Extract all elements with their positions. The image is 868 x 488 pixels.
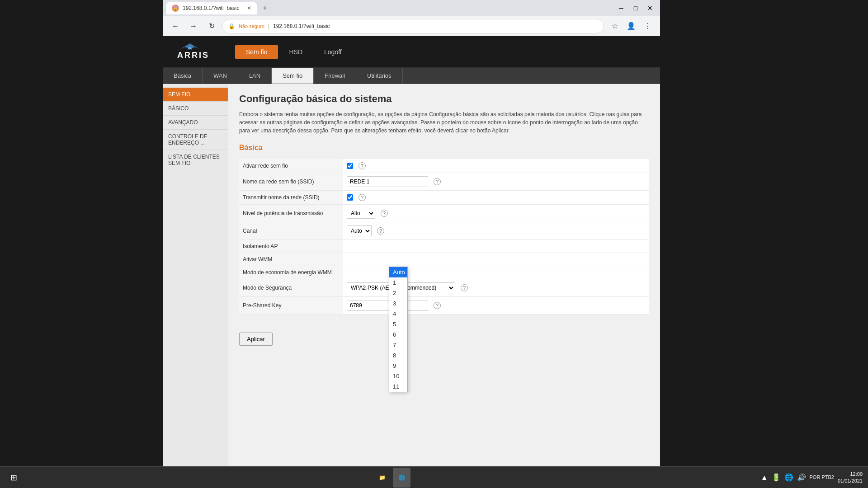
tab-utilitarios[interactable]: Utilitários	[356, 68, 402, 84]
taskbar-clock[interactable]: 12:00 01/01/2021	[838, 471, 863, 484]
dropdown-option-6[interactable]: 6	[389, 329, 407, 340]
field-potencia: Nível de potência de transmissão Alto Mé…	[239, 205, 649, 222]
field-transmitir: Transmitir nome da rede (SSID) ?	[239, 191, 649, 205]
field-label-isolamento: Isolamento AP	[239, 240, 343, 253]
browser-window: 🔒 192.168.0.1/?wifi_basic ✕ + ─ □ ✕ ← → …	[163, 0, 660, 466]
checkbox-ativar[interactable]	[347, 163, 353, 169]
help-ssid[interactable]: ?	[434, 178, 441, 185]
nav-semfio[interactable]: Sem fio	[235, 45, 278, 59]
nav-logoff[interactable]: Logoff	[313, 45, 353, 59]
address-bar[interactable]: 🔒 Não seguro | 192.168.0.1/?wifi_basic	[222, 19, 604, 33]
page-content: ARRIS Sem fio HSD Logoff Básica WAN LAN …	[163, 36, 660, 466]
help-canal[interactable]: ?	[377, 227, 384, 235]
field-wmm: Ativar WMM	[239, 253, 649, 266]
back-button[interactable]: ←	[168, 19, 183, 33]
maximize-button[interactable]: □	[629, 2, 642, 14]
router-content: Configuração básica do sistema Embora o …	[228, 84, 660, 466]
dropdown-option-3[interactable]: 3	[389, 298, 407, 309]
router-logo: ARRIS	[172, 41, 208, 63]
page-description: Embora o sistema tenha muitas opções de …	[239, 110, 649, 135]
section-title: Básica	[239, 144, 649, 152]
taskbar-left: ⊞	[0, 468, 24, 488]
taskbar-chrome[interactable]: 🌐	[393, 468, 410, 488]
forward-button[interactable]: →	[186, 19, 201, 33]
tab-favicon: 🔒	[172, 5, 179, 12]
tab-close-button[interactable]: ✕	[247, 5, 251, 11]
tray-battery[interactable]: 🔋	[772, 473, 781, 482]
more-button[interactable]: ⋮	[640, 19, 655, 33]
browser-tab[interactable]: 🔒 192.168.0.1/?wifi_basic ✕	[166, 2, 257, 14]
dropdown-option-4[interactable]: 4	[389, 309, 407, 319]
apply-button[interactable]: Aplicar	[239, 333, 273, 346]
sidebar-avancado[interactable]: AVANÇADO	[163, 116, 228, 130]
field-label-wmm-eco: Modo de economia de energia WMM	[239, 266, 343, 279]
dropdown-option-10[interactable]: 10	[389, 371, 407, 381]
router-sidebar: SEM FIO BÁSICO AVANÇADO CONTROLE DE ENDE…	[163, 84, 228, 466]
field-label-ativar: Ativar rede sem fio	[239, 159, 343, 173]
input-ssid[interactable]	[347, 176, 428, 187]
dropdown-option-8[interactable]: 8	[389, 350, 407, 361]
browser-toolbar: ← → ↻ 🔒 Não seguro | 192.168.0.1/?wifi_b…	[163, 16, 660, 36]
dropdown-option-9[interactable]: 9	[389, 361, 407, 371]
start-button[interactable]: ⊞	[4, 468, 24, 488]
help-ativar[interactable]: ?	[359, 162, 366, 169]
tab-wan[interactable]: WAN	[203, 68, 238, 84]
router-tabs: Básica WAN LAN Sem fio Firewall Utilitár…	[163, 68, 660, 84]
tray-arrow[interactable]: ▲	[761, 474, 768, 482]
field-canal: Canal Auto 1234 5678 91011	[239, 222, 649, 240]
chrome-icon: 🌐	[398, 474, 405, 481]
tray-network[interactable]: 🌐	[784, 473, 793, 482]
field-value-wmm	[343, 253, 649, 266]
dropdown-option-1[interactable]: 1	[389, 277, 407, 288]
sidebar-controle[interactable]: CONTROLE DE ENDEREÇO ...	[163, 130, 228, 150]
taskbar-language: POR PTB2	[810, 474, 834, 480]
tab-lan[interactable]: LAN	[238, 68, 272, 84]
field-ativar: Ativar rede sem fio ?	[239, 159, 649, 173]
router-main: SEM FIO BÁSICO AVANÇADO CONTROLE DE ENDE…	[163, 84, 660, 466]
taskbar-right: ▲ 🔋 🌐 🔊 POR PTB2 12:00 01/01/2021	[761, 471, 868, 484]
dropdown-option-11[interactable]: 11	[389, 381, 407, 392]
tab-semfio[interactable]: Sem fio	[272, 68, 314, 84]
tab-title: 192.168.0.1/?wifi_basic	[183, 5, 239, 11]
profile-button[interactable]: 👤	[624, 19, 638, 33]
field-value-canal: Auto 1234 5678 91011 ?	[343, 222, 649, 240]
browser-titlebar: 🔒 192.168.0.1/?wifi_basic ✕ + ─ □ ✕	[163, 0, 660, 16]
field-seguranca: Modo de Segurança WPA2-PSK (AES) (Recomm…	[239, 279, 649, 297]
tab-basica[interactable]: Básica	[163, 68, 203, 84]
reload-button[interactable]: ↻	[204, 19, 219, 33]
taskbar-explorer[interactable]: 📁	[373, 468, 391, 488]
tab-firewall[interactable]: Firewall	[314, 68, 356, 84]
dropdown-option-2[interactable]: 2	[389, 288, 407, 298]
input-psk[interactable]	[347, 300, 428, 311]
field-value-isolamento	[343, 240, 649, 253]
help-transmitir[interactable]: ?	[359, 194, 366, 201]
canal-dropdown-popup: Auto 1 2 3 4 5 6 7 8 9 10 11	[389, 267, 408, 392]
minimize-button[interactable]: ─	[615, 2, 627, 14]
bookmark-button[interactable]: ☆	[608, 19, 622, 33]
new-tab-button[interactable]: +	[259, 2, 271, 14]
sidebar-lista[interactable]: LISTA DE CLIENTES SEM FIO	[163, 150, 228, 170]
checkbox-transmitir[interactable]	[347, 194, 353, 201]
field-label-ssid: Nome da rede sem fio (SSID)	[239, 173, 343, 191]
sidebar-basico[interactable]: BÁSICO	[163, 102, 228, 116]
dropdown-option-7[interactable]: 7	[389, 340, 407, 350]
close-button[interactable]: ✕	[644, 2, 656, 14]
url-prefix: Não seguro	[239, 23, 264, 29]
taskbar-time: 12:00	[838, 471, 863, 477]
security-icon: 🔒	[228, 23, 235, 29]
sidebar-semfio[interactable]: SEM FIO	[163, 88, 228, 102]
dropdown-option-auto[interactable]: Auto	[389, 267, 407, 277]
svg-text:ARRIS: ARRIS	[177, 51, 208, 60]
url-separator: |	[268, 23, 269, 29]
nav-hsd[interactable]: HSD	[278, 45, 313, 59]
field-label-psk: Pre-Shared Key	[239, 297, 343, 314]
help-seguranca[interactable]: ?	[461, 284, 468, 291]
help-psk[interactable]: ?	[434, 302, 441, 309]
select-canal[interactable]: Auto 1234 5678 91011	[347, 225, 372, 236]
field-value-transmitir: ?	[343, 191, 649, 205]
dropdown-option-5[interactable]: 5	[389, 319, 407, 329]
tray-volume[interactable]: 🔊	[797, 473, 806, 482]
system-tray-icons: ▲ 🔋 🌐 🔊	[761, 473, 806, 482]
help-potencia[interactable]: ?	[381, 210, 388, 217]
select-potencia[interactable]: Alto Médio Baixo	[347, 208, 375, 219]
